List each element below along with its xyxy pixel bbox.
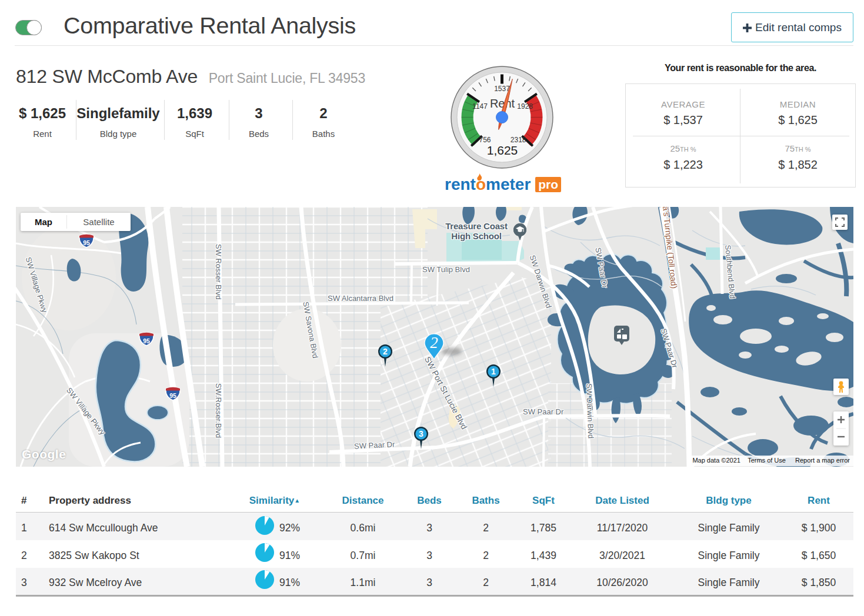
svg-text:95: 95	[143, 337, 150, 344]
svg-text:Rent: Rent	[490, 97, 515, 110]
svg-text:1,625: 1,625	[487, 143, 518, 157]
svg-text:3: 3	[419, 429, 423, 438]
svg-text:1: 1	[491, 367, 496, 376]
svg-text:1928: 1928	[517, 102, 533, 111]
svg-text:1537: 1537	[494, 85, 510, 93]
svg-text:95: 95	[169, 392, 176, 399]
svg-text:1147: 1147	[472, 102, 488, 111]
svg-text:95: 95	[83, 239, 90, 246]
svg-text:2: 2	[383, 347, 388, 356]
svg-text:2: 2	[430, 334, 438, 351]
svg-text:2318: 2318	[511, 136, 526, 144]
